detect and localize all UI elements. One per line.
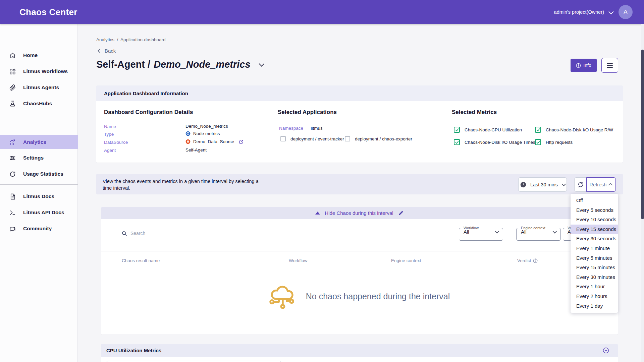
- clock-icon: [520, 182, 526, 188]
- sidebar-item-settings[interactable]: Settings: [0, 151, 78, 165]
- refresh-interval-menu: Off Every 5 seconds Every 10 seconds Eve…: [571, 194, 618, 313]
- checkbox-checked[interactable]: [535, 127, 541, 133]
- config-row-label: Type: [104, 132, 114, 137]
- top-bar: Chaos Center admin's project(Owner) A: [0, 0, 644, 24]
- sidebar-item-litmus-api-docs[interactable]: Litmus API Docs: [0, 205, 78, 220]
- title-agent: Self-Agent /: [96, 59, 150, 70]
- menu-item-every-1-minute[interactable]: Every 1 minute: [571, 244, 618, 253]
- menu-item-every-2-hours[interactable]: Every 2 hours: [571, 292, 618, 301]
- namespace-label: Namespace: [279, 126, 303, 131]
- hamburger-icon: [607, 63, 613, 64]
- engine-context-filter-select[interactable]: Engine context All: [516, 226, 561, 241]
- info-button[interactable]: Info: [571, 59, 597, 72]
- workflows-icon: [9, 68, 16, 75]
- project-switcher[interactable]: admin's project(Owner): [554, 9, 612, 15]
- menu-item-every-5-seconds[interactable]: Every 5 seconds: [571, 205, 618, 215]
- sidebar-item-home[interactable]: Home: [0, 48, 78, 62]
- checkbox-checked[interactable]: [535, 139, 541, 145]
- application-checkbox-row: deployment / chaos-exporter: [345, 136, 412, 141]
- avatar[interactable]: A: [619, 5, 633, 19]
- time-range-button[interactable]: Last 30 mins: [518, 177, 567, 192]
- edit-pencil-icon[interactable]: [398, 210, 404, 216]
- scrollbar-thumb[interactable]: [641, 50, 644, 219]
- sidebar-item-community[interactable]: Community: [0, 222, 78, 236]
- breadcrumb-application-dashboard[interactable]: Application-dashboard: [120, 37, 165, 42]
- chevron-up-icon: [608, 183, 613, 187]
- breadcrumb-analytics[interactable]: Analytics: [96, 37, 114, 42]
- checkbox-checked[interactable]: [454, 139, 460, 145]
- refresh-interval-dropdown-button[interactable]: Refresh: [586, 177, 616, 192]
- info-circle-icon[interactable]: [533, 258, 538, 263]
- app-title: Chaos Center: [19, 7, 77, 17]
- empty-message: No chaos happened during the interval: [306, 292, 450, 301]
- cpu-section-title: CPU Utilization Metrics: [106, 348, 161, 353]
- refresh-icon: [577, 181, 584, 188]
- menu-item-every-1-hour[interactable]: Every 1 hour: [571, 282, 618, 292]
- search-field: [121, 230, 172, 238]
- info-icon: [576, 63, 581, 68]
- sidebar: Home Litmus Workflows Litmus Agents Chao…: [0, 24, 78, 362]
- checkbox-unchecked[interactable]: [280, 136, 286, 141]
- chat-bubbles-icon: [9, 226, 16, 232]
- menu-item-every-10-seconds[interactable]: Every 10 seconds: [571, 215, 618, 225]
- table-header-divider: [101, 251, 618, 251]
- chaos-center-screen: Chaos Center admin's project(Owner) A Ho…: [0, 0, 644, 362]
- menu-item-off[interactable]: Off: [571, 196, 618, 205]
- namespace-value: litmus: [311, 126, 323, 131]
- agents-icon: [9, 84, 16, 91]
- metric-checkbox-row: Chaos-Node-Disk I/O Usage R/W: [535, 127, 613, 133]
- hamburger-menu-button[interactable]: [601, 58, 618, 73]
- config-row-value: Demo_Node_metrics: [185, 124, 228, 129]
- refresh-now-button[interactable]: [574, 177, 587, 192]
- config-row-value: Demo_Data_Source: [185, 139, 244, 144]
- config-row-label: DataSource: [104, 140, 128, 145]
- metrics-title: Selected Metrics: [452, 109, 497, 116]
- prometheus-icon: [185, 139, 191, 144]
- cpu-chart-card: [106, 361, 282, 362]
- menu-item-every-30-seconds[interactable]: Every 30 seconds: [571, 234, 618, 244]
- config-row-value: Node metrics: [185, 131, 220, 136]
- cloud-network-icon: [269, 283, 297, 310]
- menu-item-every-5-minutes[interactable]: Every 5 minutes: [571, 253, 618, 263]
- analytics-icon: [9, 139, 16, 145]
- interval-description: View the chaos events and metrics in a g…: [103, 178, 260, 191]
- sidebar-item-usage-statistics[interactable]: Usage Statistics: [0, 167, 78, 181]
- hide-chaos-toggle[interactable]: Hide Chaos during this interval: [101, 207, 618, 219]
- workflow-filter-select[interactable]: Workflow All: [459, 226, 503, 241]
- cpu-utilization-section-header: CPU Utilization Metrics: [101, 344, 618, 357]
- back-button[interactable]: Back: [98, 48, 116, 54]
- back-chevron-icon: [98, 49, 102, 53]
- application-dashboard-information-panel: Application Dashboard Information: [96, 85, 623, 163]
- chevron-down-icon: [608, 9, 614, 14]
- namespace-row: Namespace litmus: [279, 125, 323, 131]
- sidebar-item-litmus-workflows[interactable]: Litmus Workflows: [0, 64, 78, 78]
- config-row-label: Agent: [104, 148, 116, 153]
- collapse-minus-icon[interactable]: [603, 347, 609, 354]
- empty-state: No chaos happened during the interval: [101, 283, 618, 310]
- home-icon: [9, 52, 16, 59]
- menu-item-every-30-minutes[interactable]: Every 30 minutes: [571, 273, 618, 282]
- search-input[interactable]: [121, 230, 172, 238]
- search-icon: [121, 231, 127, 236]
- breadcrumb: Analytics / Application-dashboard: [96, 37, 165, 42]
- metric-checkbox-row: Chaos-Node-Disk I/O Usage Times: [454, 139, 535, 145]
- page-title: Self-Agent / Demo_Node_metrics: [96, 59, 263, 70]
- external-link-icon[interactable]: [239, 139, 244, 144]
- scrollbar-track[interactable]: [641, 24, 644, 362]
- document-icon: [9, 193, 16, 200]
- applications-title: Selected Applications: [278, 109, 337, 116]
- sidebar-item-analytics[interactable]: Analytics: [0, 135, 78, 149]
- sidebar-item-chaoshubs[interactable]: ChaosHubs: [0, 97, 78, 111]
- flask-icon: [9, 101, 16, 107]
- title-dashboard-name: Demo_Node_metrics: [154, 59, 251, 70]
- menu-item-every-15-minutes[interactable]: Every 15 minutes: [571, 263, 618, 273]
- application-checkbox-row: deployment / event-tracker: [280, 136, 344, 141]
- sidebar-item-litmus-docs[interactable]: Litmus Docs: [0, 189, 78, 203]
- column-engine-context: Engine context: [391, 258, 421, 263]
- menu-item-every-1-day[interactable]: Every 1 day: [571, 301, 618, 311]
- panel-title: Application Dashboard Information: [96, 85, 623, 101]
- checkbox-checked[interactable]: [454, 127, 460, 133]
- checkbox-unchecked[interactable]: [345, 136, 350, 141]
- sidebar-item-litmus-agents[interactable]: Litmus Agents: [0, 80, 78, 95]
- menu-item-every-15-seconds[interactable]: Every 15 seconds: [571, 225, 618, 234]
